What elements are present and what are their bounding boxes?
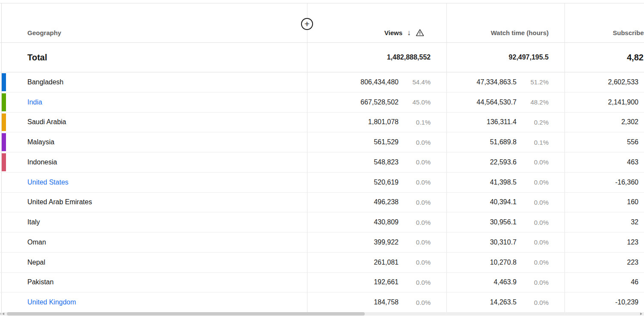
country-name[interactable]: United Kingdom bbox=[27, 298, 76, 306]
watch-time-percent: 0.0% bbox=[517, 179, 549, 186]
table-row[interactable]: Indonesia 548,823 0.0% 22,593.6 0.0% 463 bbox=[0, 152, 644, 173]
subscribers-header-label: Subscribers bbox=[613, 29, 644, 36]
total-watch-time: 92,497,195.5 bbox=[446, 54, 564, 61]
table-row[interactable]: Bangladesh 806,434,480 54.4% 47,334,863.… bbox=[0, 72, 644, 92]
views-percent: 0.0% bbox=[399, 238, 431, 246]
watch-time-header-label: Watch time (hours) bbox=[491, 29, 549, 36]
views-header-label: Views bbox=[384, 29, 402, 36]
subscribers-value: 223 bbox=[627, 259, 638, 266]
views-percent: 0.0% bbox=[399, 139, 431, 146]
table-row[interactable]: Pakistan 192,661 0.0% 4,463.9 0.0% 46 bbox=[0, 273, 644, 293]
watch-time-value: 40,394.1 bbox=[490, 198, 517, 206]
views-percent: 0.0% bbox=[399, 299, 431, 306]
views-value: 184,758 bbox=[374, 298, 399, 306]
subscribers-value: 46 bbox=[631, 278, 638, 286]
watch-time-percent: 0.0% bbox=[517, 259, 549, 266]
watch-time-value: 10,270.8 bbox=[490, 259, 517, 266]
views-value: 1,801,078 bbox=[368, 118, 399, 126]
watch-time-value: 30,956.1 bbox=[490, 218, 517, 226]
views-percent: 54.4% bbox=[399, 78, 431, 86]
total-views: 1,482,888,552 bbox=[307, 54, 446, 61]
watch-time-value: 4,463.9 bbox=[494, 278, 517, 286]
watch-time-percent: 51.2% bbox=[517, 78, 549, 86]
table-row[interactable]: Malaysia 561,529 0.0% 51,689.8 0.1% 556 bbox=[0, 132, 644, 152]
watch-time-value: 41,398.5 bbox=[490, 179, 517, 186]
subscribers-value: 32 bbox=[631, 218, 638, 226]
country-name[interactable]: Nepal bbox=[27, 259, 45, 266]
views-column-header[interactable]: Views ↓ bbox=[307, 29, 446, 42]
add-metric-button[interactable]: + bbox=[301, 18, 313, 30]
watch-time-value: 22,593.6 bbox=[490, 158, 517, 166]
series-color-bar bbox=[2, 153, 6, 171]
scroll-right-arrow-icon[interactable] bbox=[640, 313, 642, 315]
views-percent: 0.0% bbox=[399, 179, 431, 186]
watch-time-percent: 0.0% bbox=[517, 199, 549, 206]
total-row: Total 1,482,888,552 92,497,195.5 4,82 bbox=[0, 43, 644, 72]
watch-time-value: 30,310.7 bbox=[490, 238, 517, 246]
horizontal-scrollbar[interactable] bbox=[0, 312, 644, 316]
warning-icon[interactable] bbox=[416, 29, 424, 36]
country-name[interactable]: Indonesia bbox=[27, 158, 57, 166]
watch-time-percent: 0.1% bbox=[517, 139, 549, 146]
watch-time-value: 14,263.5 bbox=[490, 298, 517, 306]
watch-time-percent: 0.0% bbox=[517, 158, 549, 166]
table-body: Bangladesh 806,434,480 54.4% 47,334,863.… bbox=[0, 72, 644, 313]
series-color-bar bbox=[2, 113, 6, 131]
watch-time-value: 44,564,530.7 bbox=[477, 98, 517, 106]
table-row[interactable]: Nepal 261,081 0.0% 10,270.8 0.0% 223 bbox=[0, 253, 644, 273]
table-row[interactable]: United Arab Emirates 496,238 0.0% 40,394… bbox=[0, 193, 644, 213]
subscribers-value: 463 bbox=[627, 158, 638, 166]
table-row[interactable]: Oman 399,922 0.0% 30,310.7 0.0% 123 bbox=[0, 233, 644, 253]
country-name[interactable]: United Arab Emirates bbox=[27, 198, 92, 206]
subscribers-value: -10,239 bbox=[615, 298, 638, 306]
total-label: Total bbox=[0, 53, 307, 63]
country-name[interactable]: Oman bbox=[27, 238, 46, 246]
plus-icon: + bbox=[304, 19, 310, 28]
scrollbar-corner-icon bbox=[0, 313, 1, 315]
country-name[interactable]: Bangladesh bbox=[27, 78, 64, 86]
country-name[interactable]: Saudi Arabia bbox=[27, 118, 66, 126]
country-name[interactable]: Pakistan bbox=[27, 278, 53, 286]
views-value: 520,619 bbox=[374, 179, 399, 186]
series-color-bar bbox=[2, 133, 6, 151]
scrollbar-thumb[interactable] bbox=[7, 312, 365, 316]
watch-time-percent: 0.0% bbox=[517, 219, 549, 226]
views-percent: 0.0% bbox=[399, 199, 431, 206]
geography-report-table: + Geography Views ↓ Watch time (hours) S… bbox=[0, 0, 644, 316]
geography-header-label: Geography bbox=[27, 29, 61, 36]
table-row[interactable]: United States 520,619 0.0% 41,398.5 0.0%… bbox=[0, 173, 644, 193]
table-row[interactable]: Saudi Arabia 1,801,078 0.1% 136,311.4 0.… bbox=[0, 113, 644, 133]
watch-time-value: 51,689.8 bbox=[490, 138, 517, 146]
table-row[interactable]: Italy 430,809 0.0% 30,956.1 0.0% 32 bbox=[0, 212, 644, 233]
watch-time-percent: 0.2% bbox=[517, 119, 549, 126]
scroll-left-arrow-icon[interactable] bbox=[2, 313, 4, 315]
subscribers-value: 2,602,533 bbox=[608, 78, 638, 86]
views-value: 496,238 bbox=[374, 198, 399, 206]
watch-time-percent: 48.2% bbox=[517, 98, 549, 106]
watch-time-percent: 0.0% bbox=[517, 238, 549, 246]
views-value: 399,922 bbox=[374, 238, 399, 246]
watch-time-value: 136,311.4 bbox=[487, 118, 517, 126]
watch-time-column-header[interactable]: Watch time (hours) bbox=[446, 29, 564, 42]
country-name[interactable]: India bbox=[27, 98, 42, 106]
views-percent: 0.0% bbox=[399, 279, 431, 286]
country-name[interactable]: Italy bbox=[27, 218, 40, 226]
subscribers-column-header[interactable]: Subscribers bbox=[564, 29, 644, 42]
country-name[interactable]: United States bbox=[27, 179, 68, 186]
subscribers-value: 556 bbox=[627, 138, 638, 146]
table-header-row: Geography Views ↓ Watch time (hours) Sub… bbox=[0, 3, 644, 43]
country-name[interactable]: Malaysia bbox=[27, 138, 54, 146]
views-percent: 0.1% bbox=[399, 119, 431, 126]
geography-column-header[interactable]: Geography bbox=[0, 29, 307, 42]
views-value: 192,661 bbox=[374, 278, 399, 286]
views-value: 548,823 bbox=[374, 158, 399, 166]
views-percent: 0.0% bbox=[399, 158, 431, 166]
watch-time-percent: 0.0% bbox=[517, 299, 549, 306]
watch-time-percent: 0.0% bbox=[517, 279, 549, 286]
table-row[interactable]: United Kingdom 184,758 0.0% 14,263.5 0.0… bbox=[0, 292, 644, 313]
series-color-bar bbox=[2, 73, 6, 91]
views-percent: 0.0% bbox=[399, 259, 431, 266]
watch-time-value: 47,334,863.5 bbox=[477, 78, 517, 86]
views-value: 806,434,480 bbox=[360, 78, 399, 86]
table-row[interactable]: India 667,528,502 45.0% 44,564,530.7 48.… bbox=[0, 92, 644, 113]
